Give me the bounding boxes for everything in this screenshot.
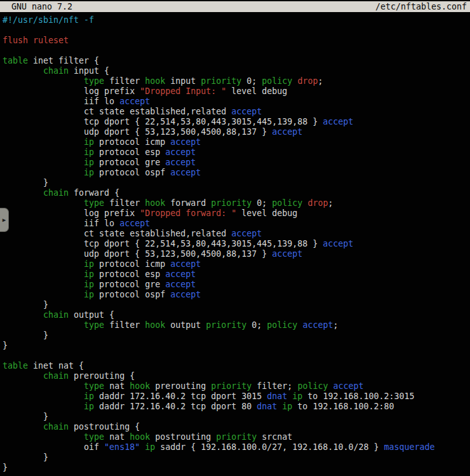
code-line[interactable]: log prefix "Dropped forward: " level deb… [3,208,470,219]
code-token: log prefix [3,208,140,218]
code-line[interactable]: ip daddr 172.16.40.2 tcp dport 80 dnat i… [3,402,470,412]
code-line[interactable]: } [3,452,470,463]
code-token: masquerade [384,442,434,452]
code-token: forward [165,198,211,208]
code-line[interactable]: type filter hook input priority 0; polic… [3,76,470,86]
code-line[interactable]: ct state established,related accept [3,229,470,239]
code-line[interactable]: iif lo accept [3,97,470,107]
code-line[interactable]: udp dport { 53,123,500,4500,88,137 } acc… [3,127,470,137]
code-line[interactable]: } [3,463,470,473]
code-line[interactable]: ct state established,related accept [3,107,470,117]
code-token: priority [211,381,252,391]
code-line[interactable]: chain output { [3,310,470,320]
code-token: ip [292,391,302,401]
code-token: hook [130,381,150,391]
editor-area[interactable]: #!/usr/sbin/nft -f flush ruleset table i… [3,15,470,476]
code-token: "Dropped Input: " [140,86,226,96]
code-token: } [3,178,48,187]
code-line[interactable]: type filter hook output priority 0; poli… [3,320,470,330]
code-token: accept [333,381,363,391]
code-token: tcp dport { 22,514,53,80,443,3015,445,13… [3,239,323,248]
code-line[interactable]: type nat hook prerouting priority filter… [3,381,470,391]
code-token: ip [84,290,94,299]
code-token: ip [84,158,94,167]
chevron-right-icon: ▶ [3,217,6,223]
code-token: accept [323,239,353,248]
code-token: policy [272,198,302,208]
code-line[interactable]: ip protocol icmp accept [3,137,470,147]
side-panel-toggle[interactable]: ▶ [0,208,9,232]
code-line[interactable]: iif lo accept [3,219,470,229]
code-token: filter [104,76,145,86]
code-line[interactable]: tcp dport { 22,514,53,80,443,3015,445,13… [3,239,470,249]
code-line[interactable]: #!/usr/sbin/nft -f [3,15,470,25]
code-line[interactable]: tcp dport { 22,514,53,80,443,3015,445,13… [3,117,470,127]
code-line[interactable]: log prefix "Dropped Input: " level debug [3,86,470,97]
code-token: input { [69,66,109,76]
code-token: chain [43,310,69,320]
code-line[interactable]: } [3,330,470,341]
code-line[interactable] [3,351,470,361]
code-token: hook [130,432,150,442]
code-token [3,310,43,320]
code-token: output [165,320,206,330]
code-token: tcp dport { 22,514,53,80,443,3015,445,13… [3,117,323,126]
code-line[interactable] [3,25,470,36]
code-line[interactable]: table inet filter { [3,56,470,66]
code-line[interactable]: type filter hook forward priority 0; pol… [3,198,470,208]
code-line[interactable]: ip protocol gre accept [3,280,470,290]
code-token [3,168,84,177]
code-token: ip [84,137,94,147]
code-token: ; [318,76,323,86]
code-line[interactable]: ip protocol gre accept [3,158,470,168]
code-line[interactable]: chain input { [3,66,470,76]
code-token: udp dport { 53,123,500,4500,88,137 } [3,249,272,259]
code-token: accept [119,219,150,228]
code-token: 0; [241,76,262,86]
code-token: policy [267,320,297,330]
code-token: log prefix [3,86,140,96]
code-line[interactable]: chain forward { [3,188,470,198]
code-token: daddr 172.16.40.2 tcp dport 80 [94,402,257,411]
code-token: accept [119,97,150,106]
code-token: daddr 172.16.40.2 tcp dport 3015 [94,391,267,401]
code-line[interactable]: ip protocol ospf accept [3,168,470,178]
code-token: accept [302,320,333,330]
code-line[interactable]: } [3,178,470,188]
code-token: ; [328,198,333,208]
code-token: drop [297,76,318,86]
code-token [3,137,84,147]
code-token: flush ruleset [3,36,69,45]
code-line[interactable]: } [3,300,470,310]
code-token: type [84,432,104,442]
code-line[interactable]: } [3,341,470,351]
code-line[interactable]: ip protocol esp accept [3,147,470,158]
code-token: prerouting [150,381,211,391]
code-line[interactable]: ip protocol icmp accept [3,259,470,269]
code-token: } [3,330,48,340]
code-token: accept [231,229,262,238]
code-token: drop [307,198,328,208]
code-token: nat [104,432,130,442]
code-line[interactable]: ip protocol ospf accept [3,290,470,300]
code-token: policy [297,381,328,391]
code-line[interactable]: chain postrouting { [3,422,470,432]
code-line[interactable]: ip protocol esp accept [3,269,470,280]
code-token: ct state established,related [3,107,231,116]
code-token: 0; [246,320,267,330]
code-line[interactable]: flush ruleset [3,36,470,46]
code-line[interactable]: oif "ens18" ip saddr { 192.168.100.0/27,… [3,442,470,452]
code-token: accept [272,127,302,137]
code-line[interactable]: table inet nat { [3,361,470,371]
code-line[interactable]: } [3,412,470,422]
code-token: accept [231,107,262,116]
code-line[interactable]: chain prerouting { [3,371,470,381]
code-token: input [165,76,201,86]
code-line[interactable]: ip daddr 172.16.40.2 tcp dport 3015 dnat… [3,391,470,402]
code-line[interactable] [3,46,470,56]
code-token: ip [145,442,155,452]
code-token [3,147,84,157]
code-line[interactable]: type nat hook postrouting priority srcna… [3,432,470,442]
code-token: accept [170,168,201,177]
code-line[interactable]: udp dport { 53,123,500,4500,88,137 } acc… [3,249,470,259]
